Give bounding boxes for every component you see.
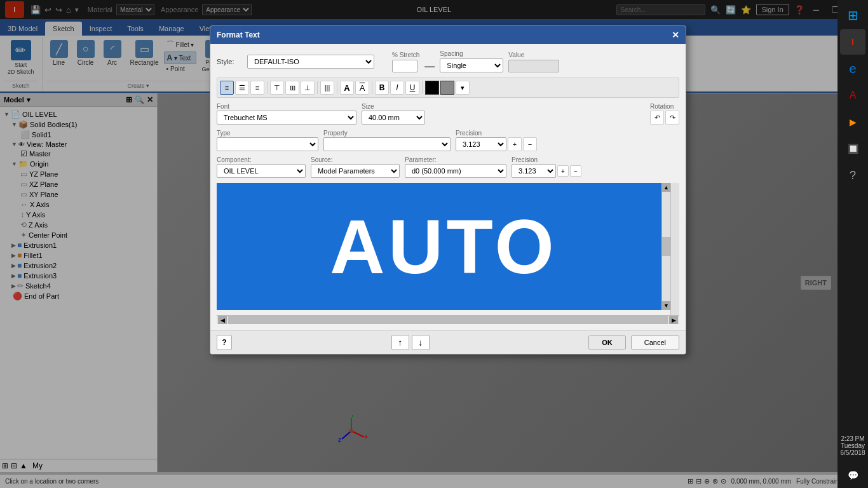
precision-down-button[interactable]: − — [523, 137, 537, 151]
footer-arrows: ↑ ↓ — [391, 335, 430, 350]
precision-select[interactable]: 3.123 3.12 3.1 3 — [456, 137, 506, 151]
bg-color-swatch[interactable] — [440, 81, 454, 95]
type-property-precision-row: Type Model Parameter Sheet Number Proper… — [217, 130, 679, 151]
size-select[interactable]: 40.00 mm 10.00 mm 20.00 mm 60.00 mm — [362, 111, 425, 125]
property-select[interactable]: Area Volume — [323, 137, 451, 151]
windows-start-button[interactable]: ⊞ — [840, 3, 865, 28]
fmt-sep1 — [267, 81, 268, 94]
precision-up-button[interactable]: + — [508, 137, 522, 151]
taskbar-tiles[interactable]: 🔲 — [840, 136, 865, 161]
precision2-select[interactable]: 3.123 3.12 3.1 — [512, 164, 556, 178]
rotation-buttons: ↶ ↷ — [650, 111, 679, 125]
align-center-button[interactable]: ☰ — [235, 81, 249, 95]
taskbar-edge[interactable]: e — [840, 56, 865, 81]
align-middle-button[interactable]: ⊞ — [285, 81, 299, 95]
precision2-down-button[interactable]: − — [570, 165, 581, 177]
dialog-title-text: Format Text — [217, 30, 260, 39]
parameter-label: Parameter: — [405, 156, 506, 163]
precision-col: Precision 3.123 3.12 3.1 3 + − — [456, 130, 537, 151]
font-row: Font Trebuchet MS Arial Times New Roman … — [217, 103, 679, 125]
format-toolbar: ≡ ☰ ≡ ⊤ ⊞ ⊥ ||| A A B I U ▾ — [217, 78, 679, 98]
precision2-up-button[interactable]: + — [557, 165, 569, 177]
vscroll-down[interactable]: ▼ — [662, 301, 670, 310]
stack-button[interactable]: ||| — [320, 81, 334, 95]
text-color-swatch[interactable] — [425, 81, 439, 95]
symbol-abar-button[interactable]: A — [355, 81, 369, 95]
preview-vscroll[interactable]: ▲ ▼ — [661, 183, 670, 310]
type-label: Type — [217, 130, 318, 137]
hscroll-right[interactable]: ▶ — [669, 316, 678, 324]
cancel-button[interactable]: Cancel — [631, 336, 679, 349]
taskbar-question[interactable]: ? — [840, 163, 865, 188]
clock-day: Tuesday — [841, 442, 865, 449]
fmt-sep5 — [422, 81, 423, 94]
value-label: Value — [508, 51, 559, 58]
stretch-input[interactable]: 25 — [392, 60, 417, 72]
component-col: Component: OIL LEVEL — [217, 156, 306, 178]
align-top-button[interactable]: ⊤ — [270, 81, 284, 95]
underline-button[interactable]: U — [405, 81, 419, 95]
clock-date: 6/5/2018 — [841, 449, 865, 456]
parameter-col: Parameter: d0 (50.000 mm) d1 (10.000 mm) — [405, 156, 506, 178]
spacing-select[interactable]: Single 1.5 Lines Double — [440, 58, 503, 72]
vscroll-up[interactable]: ▲ — [662, 183, 670, 192]
rotate-left-button[interactable]: ↶ — [650, 111, 664, 125]
italic-button[interactable]: I — [390, 81, 404, 95]
precision-label: Precision — [456, 130, 537, 137]
taskbar-notification[interactable]: 💬 — [840, 463, 865, 488]
style-label: Style: — [217, 58, 242, 65]
font-select[interactable]: Trebuchet MS Arial Times New Roman Couri… — [217, 111, 356, 125]
fmt-sep4 — [372, 81, 372, 94]
fmt-sep3 — [337, 81, 337, 94]
component-label: Component: — [217, 156, 306, 163]
symbol-a-button[interactable]: A — [340, 81, 354, 95]
taskbar-clock: 2:23 PM Tuesday 6/5/2018 — [841, 435, 865, 461]
taskbar-acrobat[interactable]: A — [840, 83, 865, 108]
style-select[interactable]: DEFAULT-ISO Note Text (ISO) Label Text (… — [247, 55, 374, 69]
preview-text: AUTO — [330, 203, 557, 290]
type-select[interactable]: Model Parameter Sheet Number — [217, 137, 318, 151]
parameter-select[interactable]: d0 (50.000 mm) d1 (10.000 mm) — [405, 164, 506, 178]
component-select[interactable]: OIL LEVEL — [217, 164, 306, 178]
color-dropdown-button[interactable]: ▾ — [456, 81, 470, 95]
precision2-col: Precision 3.123 3.12 3.1 + − — [512, 156, 581, 178]
source-select[interactable]: Model Parameters User Parameters — [311, 164, 400, 178]
style-row: Style: DEFAULT-ISO Note Text (ISO) Label… — [217, 50, 679, 72]
align-left-button[interactable]: ≡ — [220, 81, 234, 95]
rotate-right-button[interactable]: ↷ — [665, 111, 679, 125]
align-right-button[interactable]: ≡ — [250, 81, 264, 95]
vscroll-thumb[interactable] — [662, 237, 670, 256]
align-bottom-button[interactable]: ⊥ — [301, 81, 315, 95]
dash-separator: — — [424, 61, 435, 72]
value-col: Value — [508, 51, 559, 72]
font-label: Font — [217, 103, 356, 110]
preview-area[interactable]: AUTO ▲ ▼ — [217, 183, 670, 310]
arrow-up-button[interactable]: ↑ — [391, 335, 409, 350]
taskbar-inventor[interactable]: I — [840, 29, 865, 55]
windows-taskbar: ⊞ I e A ▶ 🔲 ? 2:23 PM Tuesday 6/5/2018 💬 — [837, 0, 868, 488]
taskbar-media[interactable]: ▶ — [840, 109, 865, 135]
footer-actions: OK Cancel — [588, 336, 679, 349]
property-label: Property — [323, 130, 451, 137]
clock-time: 2:23 PM — [841, 435, 865, 442]
preview-hscroll[interactable]: ◀ ▶ — [217, 315, 679, 324]
arrow-down-button[interactable]: ↓ — [412, 335, 430, 350]
footer-left: ? — [217, 335, 232, 350]
format-text-dialog: Format Text ✕ Style: DEFAULT-ISO Note Te… — [210, 25, 686, 355]
source-col: Source: Model Parameters User Parameters — [311, 156, 400, 178]
ok-button[interactable]: OK — [588, 336, 626, 349]
dialog-body: Style: DEFAULT-ISO Note Text (ISO) Label… — [210, 44, 686, 330]
bold-button[interactable]: B — [375, 81, 389, 95]
ssv-inline: % Stretch 25 — Spacing Single 1.5 Lines … — [392, 50, 559, 72]
size-col: Size 40.00 mm 10.00 mm 20.00 mm 60.00 mm — [362, 103, 425, 125]
help-button[interactable]: ? — [217, 335, 232, 350]
hscroll-thumb[interactable] — [228, 316, 668, 324]
source-label: Source: — [311, 156, 400, 163]
precision-controls: 3.123 3.12 3.1 3 + − — [456, 137, 537, 151]
property-col: Property Area Volume — [323, 130, 451, 151]
dialog-close-button[interactable]: ✕ — [672, 30, 679, 40]
fmt-sep2 — [317, 81, 318, 94]
hscroll-left[interactable]: ◀ — [218, 316, 227, 324]
value-input[interactable] — [508, 60, 559, 72]
rotation-col: Rotation ↶ ↷ — [650, 103, 679, 125]
